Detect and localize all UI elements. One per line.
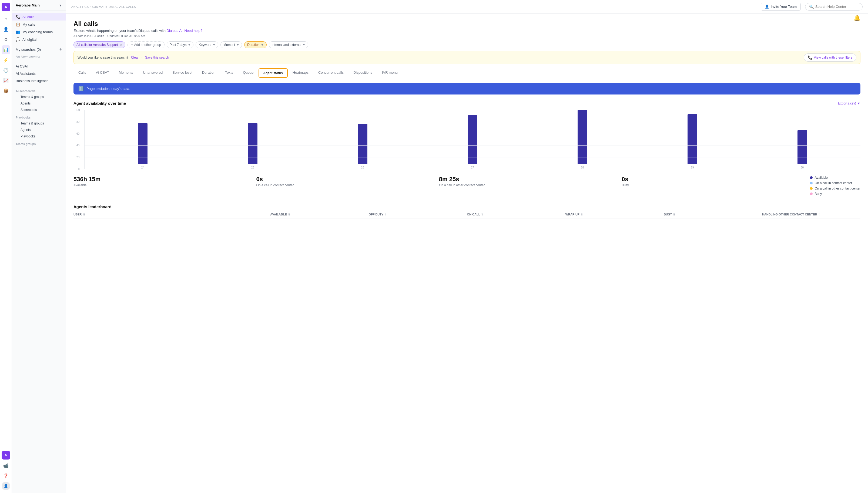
rail-icon-chart[interactable]: 📈 (2, 76, 10, 85)
workspace-selector[interactable]: Aerolabs Main ▼ (12, 0, 66, 11)
sidebar-item-business-intelligence[interactable]: Business intelligence (12, 77, 66, 85)
filter-bar: All calls for Aerolabs Support ✕ + Add a… (74, 41, 861, 48)
sidebar-item-agents-scorecards[interactable]: Agents (12, 100, 66, 107)
info-banner: ℹ️ Page excludes today's data. (74, 83, 861, 94)
tab-unanswered[interactable]: Unanswered (138, 68, 167, 78)
notification-bell-icon[interactable]: 🔔 (854, 15, 861, 21)
col-handling[interactable]: HANDLING OTHER CONTACT CENTER ⇅ (762, 213, 861, 216)
rail-icon-pulse[interactable]: ⚡ (2, 56, 10, 64)
sidebar-item-playbooks[interactable]: Playbooks (12, 133, 66, 140)
bar-label-24: 24 (141, 166, 144, 169)
sidebar-item-agents-playbooks[interactable]: Agents (12, 127, 66, 133)
tab-dispositions[interactable]: Dispositions (349, 68, 377, 78)
rail-icon-video[interactable]: 📹 (2, 461, 10, 470)
main-area: ANALYTICS / SUMMARY DATA / ALL CALLS 👤 I… (66, 0, 868, 493)
col-wrap-up[interactable]: WRAP-UP ⇅ (565, 213, 664, 216)
export-button[interactable]: Export (.csv) ▼ (838, 102, 861, 105)
invite-team-label: Invite Your Team (771, 5, 797, 9)
icon-rail: A ⌂ 👤 ⚙ 📊 ⚡ 🕐 📈 📦 A 📹 ❓ 👤 (0, 0, 12, 493)
add-group-plus-icon: + (131, 43, 133, 47)
col-on-call[interactable]: ON CALL ⇅ (467, 213, 565, 216)
sidebar-item-ai-csat[interactable]: Ai CSAT (12, 63, 66, 70)
all-calls-label: All calls (22, 15, 34, 19)
workspace-chevron-icon: ▼ (59, 4, 62, 7)
my-searches-header: My searches (0) + (12, 45, 66, 53)
rail-icon-contacts[interactable]: 👤 (2, 25, 10, 34)
rail-icon-box[interactable]: 📦 (2, 86, 10, 95)
sidebar-item-ai-assistants[interactable]: Ai Assistants (12, 70, 66, 77)
tab-moments[interactable]: Moments (114, 68, 138, 78)
tab-ivr-menu[interactable]: IVR menu (377, 68, 402, 78)
add-search-icon[interactable]: + (59, 47, 62, 52)
filter-chip-past7days[interactable]: Past 7 days ▼ (167, 41, 194, 48)
available-sort-icon: ⇅ (288, 213, 290, 216)
chart-header: Agent availability over time Export (.cs… (74, 101, 861, 106)
view-calls-button[interactable]: 📞 View calls with these filters (804, 53, 857, 62)
rail-icon-home[interactable]: ⌂ (2, 15, 10, 23)
bar-group-25: 25 (200, 110, 306, 169)
tab-agent-status[interactable]: Agent status (259, 68, 288, 78)
sidebar-item-scorecards[interactable]: Scorecards (12, 107, 66, 113)
sidebar-item-teams-groups-playbooks[interactable]: Teams & groups (12, 120, 66, 127)
coaching-icon: 👥 (16, 30, 20, 34)
filter-chip-moment[interactable]: Moment ▼ (221, 41, 242, 48)
rail-icon-app-bottom[interactable]: A (2, 451, 10, 459)
leaderboard-title: Agents leaderboard (74, 205, 861, 209)
remove-aerolabs-support-icon[interactable]: ✕ (120, 43, 122, 47)
info-banner-text: Page excludes today's data. (86, 87, 130, 91)
busy-sort-icon: ⇅ (673, 213, 675, 216)
tab-service-level[interactable]: Service level (167, 68, 197, 78)
tab-concurrent-calls[interactable]: Concurrent calls (313, 68, 349, 78)
filter-chip-duration[interactable]: Duration ▼ (244, 41, 266, 48)
stat-on-call-other: 8m 25s On a call in other contact center (439, 176, 622, 187)
duration-chevron-icon: ▼ (261, 43, 264, 46)
export-label: Export (.csv) (838, 102, 856, 105)
filter-chip-internal-external[interactable]: Internal and external ▼ (269, 41, 308, 48)
sidebar-item-teams-groups-scorecards[interactable]: Teams & groups (12, 94, 66, 100)
add-group-button[interactable]: + Add another group (127, 41, 164, 48)
col-off-duty[interactable]: OFF DUTY ⇅ (369, 213, 467, 216)
rail-icon-settings[interactable]: ⚙ (2, 35, 10, 44)
tab-texts[interactable]: Texts (220, 68, 238, 78)
add-group-label: Add another group (134, 43, 161, 47)
keyword-label: Keyword (199, 43, 211, 47)
search-input[interactable] (815, 5, 859, 9)
rail-icon-history[interactable]: 🕐 (2, 66, 10, 74)
page-subtitle: Explore what's happening on your team's … (74, 29, 861, 33)
sidebar-item-all-digital[interactable]: 💬 All digital (12, 36, 66, 43)
save-this-search-link[interactable]: Save this search (145, 56, 169, 59)
y-label-0: 0 (78, 168, 80, 171)
tab-duration[interactable]: Duration (197, 68, 220, 78)
no-filters-text: No filters created (12, 53, 66, 61)
ai-assistants-label: Ai Assistants (16, 71, 36, 76)
need-help-link[interactable]: Need help? (184, 29, 202, 33)
stat-on-call-contact: 0s On a call in contact center (256, 176, 439, 187)
col-user[interactable]: USER ⇅ (74, 213, 270, 216)
tab-heatmaps[interactable]: Heatmaps (288, 68, 313, 78)
off-duty-sort-icon: ⇅ (385, 213, 387, 216)
sidebar-item-my-calls[interactable]: 📋 My calls (12, 21, 66, 28)
col-busy[interactable]: BUSY ⇅ (664, 213, 762, 216)
stat-on-call-other-value: 8m 25s (439, 176, 622, 183)
tab-queue[interactable]: Queue (238, 68, 258, 78)
col-available[interactable]: AVAILABLE ⇅ (270, 213, 369, 216)
sidebar-item-my-coaching-teams[interactable]: 👥 My coaching teams (12, 28, 66, 36)
tab-calls[interactable]: Calls (74, 68, 91, 78)
rail-icon-avatar[interactable]: 👤 (2, 482, 10, 490)
filter-chip-keyword[interactable]: Keyword ▼ (195, 41, 218, 48)
filter-chip-aerolabs-support[interactable]: All calls for Aerolabs Support ✕ (74, 41, 125, 48)
aerolabs-support-label: All calls for Aerolabs Support (77, 43, 118, 47)
dialpad-ai-link[interactable]: Dialpad Ai. (167, 29, 183, 33)
wrap-up-sort-icon: ⇅ (581, 213, 583, 216)
stat-available-label: Available (74, 183, 256, 187)
sidebar-item-all-calls[interactable]: 📞 All calls (12, 13, 66, 21)
rail-icon-help[interactable]: ❓ (2, 471, 10, 480)
rail-icon-analytics[interactable]: 📊 (2, 45, 10, 54)
stat-busy: 0s Busy (622, 176, 804, 187)
stat-on-call-other-label: On a call in other contact center (439, 183, 622, 187)
clear-search-link[interactable]: Clear (131, 56, 139, 59)
app-logo[interactable]: A (2, 3, 10, 11)
invite-team-button[interactable]: 👤 Invite Your Team (761, 3, 801, 10)
stat-available: 536h 15m Available (74, 176, 256, 187)
tab-ai-csat[interactable]: Ai CSAT (91, 68, 114, 78)
